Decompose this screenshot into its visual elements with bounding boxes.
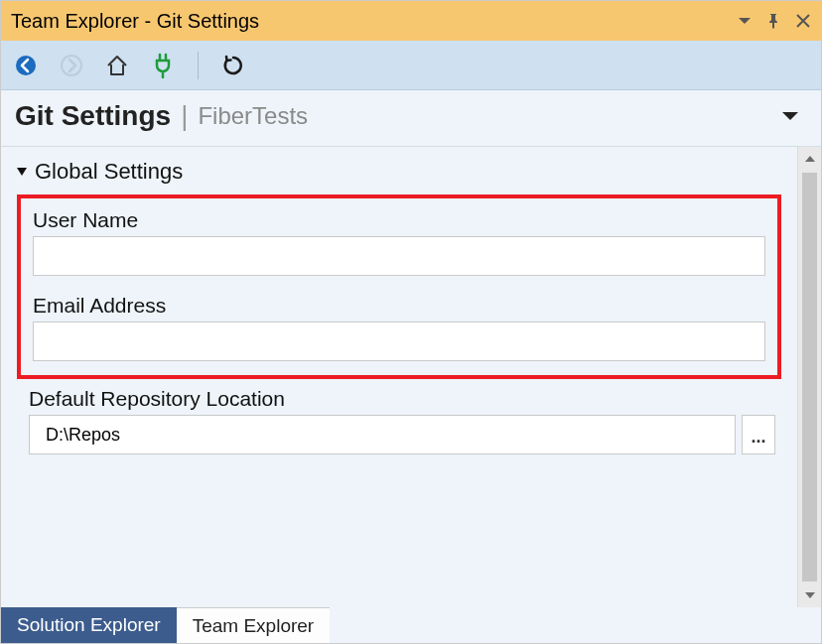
global-settings-title: Global Settings <box>35 159 183 185</box>
email-label: Email Address <box>33 294 765 318</box>
settings-content: Global Settings User Name Email Address … <box>1 147 797 607</box>
repo-location-input[interactable] <box>29 415 736 454</box>
repo-location-label: Default Repository Location <box>29 387 775 411</box>
pin-icon[interactable] <box>765 13 781 29</box>
toolbar-divider <box>198 52 199 79</box>
scroll-thumb[interactable] <box>802 173 817 581</box>
bottom-tab-strip: Solution Explorer Team Explorer <box>1 607 821 643</box>
content-area: Global Settings User Name Email Address … <box>1 146 821 607</box>
svg-point-1 <box>62 56 81 75</box>
tab-solution-explorer-label: Solution Explorer <box>17 614 161 636</box>
page-menu-dropdown[interactable] <box>773 106 807 126</box>
window-controls <box>738 13 811 29</box>
project-name: FiberTests <box>198 102 308 130</box>
scroll-up-button[interactable] <box>798 147 821 171</box>
svg-point-0 <box>16 56 36 75</box>
ellipsis-icon: ... <box>751 427 765 448</box>
title-bar: Team Explorer - Git Settings <box>1 1 821 41</box>
tab-team-explorer-label: Team Explorer <box>193 615 315 637</box>
default-repo-location-group: Default Repository Location ... <box>29 387 775 454</box>
forward-button[interactable] <box>59 53 84 78</box>
plug-connect-button[interactable] <box>150 53 176 78</box>
title-separator: | <box>181 100 188 132</box>
global-settings-expander[interactable]: Global Settings <box>11 155 793 194</box>
page-title: Git Settings <box>15 100 171 132</box>
refresh-button[interactable] <box>220 53 246 78</box>
tab-solution-explorer[interactable]: Solution Explorer <box>1 607 177 643</box>
email-input[interactable] <box>33 322 765 361</box>
window-title: Team Explorer - Git Settings <box>11 10 738 33</box>
vertical-scrollbar[interactable] <box>797 147 821 607</box>
close-icon[interactable] <box>795 13 811 29</box>
expander-collapse-icon <box>15 165 29 179</box>
scroll-down-button[interactable] <box>798 583 821 607</box>
toolbar <box>1 41 821 90</box>
username-label: User Name <box>33 208 765 232</box>
page-header: Git Settings | FiberTests <box>1 90 821 146</box>
tab-team-explorer[interactable]: Team Explorer <box>177 607 331 643</box>
home-button[interactable] <box>104 53 130 78</box>
username-input[interactable] <box>33 236 765 276</box>
browse-button[interactable]: ... <box>742 415 775 454</box>
window-options-dropdown-icon[interactable] <box>738 14 752 28</box>
back-button[interactable] <box>13 53 39 78</box>
highlight-box: User Name Email Address <box>17 194 781 379</box>
team-explorer-window: Team Explorer - Git Settings <box>0 0 822 644</box>
